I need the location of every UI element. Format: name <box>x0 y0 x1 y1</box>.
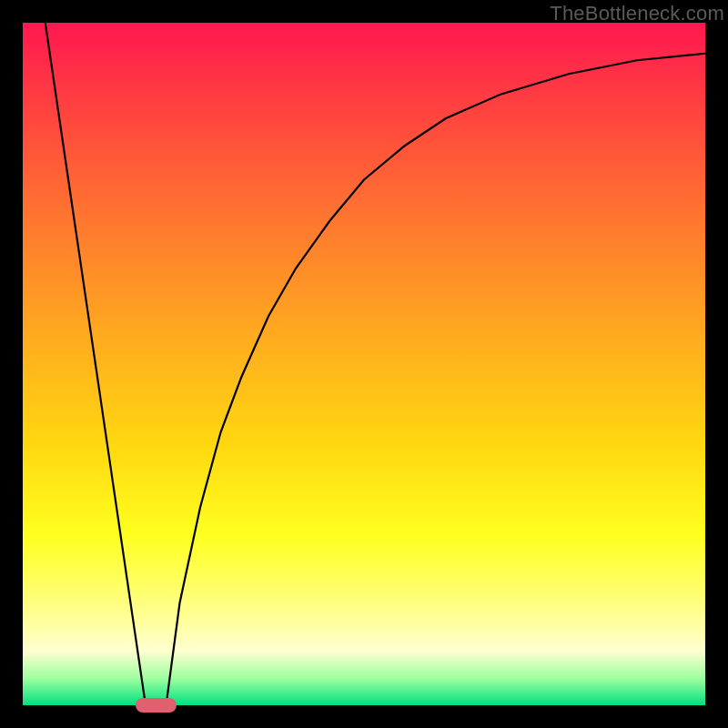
chart-frame: TheBottleneck.com <box>0 0 728 728</box>
chart-plot-area <box>23 23 705 705</box>
right-curve-line <box>167 54 706 705</box>
bottleneck-marker <box>136 698 177 713</box>
left-slope-line <box>46 23 146 705</box>
chart-lines-svg <box>23 23 705 705</box>
attribution-text: TheBottleneck.com <box>550 2 724 25</box>
